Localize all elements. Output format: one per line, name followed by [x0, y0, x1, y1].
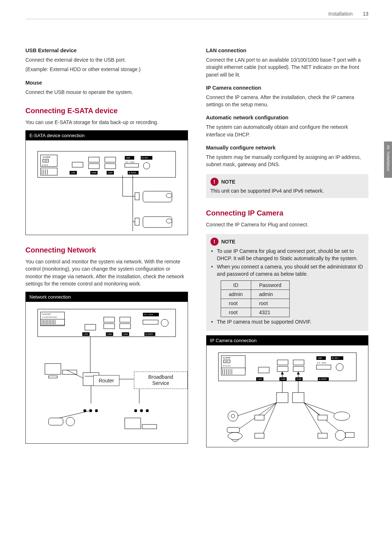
credentials-table: ID Password admin admin root root root 4…: [221, 280, 290, 317]
chapter-number: 3: [384, 144, 392, 150]
svg-text:OUT: OUT: [224, 360, 228, 362]
svg-rect-39: [135, 218, 139, 225]
diagram-body: ALARM OUT 3 1 2 G LAN: [26, 140, 188, 235]
section-connecting-esata: Connecting E-SATA device: [25, 107, 188, 115]
svg-text:5 V ⎓ 0.5 A: 5 V ⎓ 0.5 A: [144, 313, 153, 316]
note-box: ! NOTE This unit can be supported IPv4 a…: [206, 174, 369, 198]
diagram-svg: ALARM OUT 3 1 2 G LAN: [26, 140, 188, 235]
heading-mouse: Mouse: [25, 80, 188, 86]
svg-text:LAN: LAN: [84, 333, 88, 335]
table-cell: root: [251, 299, 289, 308]
svg-rect-151: [345, 432, 354, 438]
svg-rect-11: [72, 162, 83, 167]
table-cell: admin: [221, 290, 251, 299]
table-cell: 4321: [251, 308, 289, 317]
svg-rect-132: [292, 393, 304, 403]
note-bullet: When you connect a camera, you should se…: [211, 263, 364, 278]
svg-rect-149: [318, 433, 327, 438]
section-connecting-ip-camera: Connecting IP Camera: [206, 209, 369, 217]
note-bullet: To use IP Camera for plug and connect po…: [211, 248, 364, 262]
diagram-title: IP Camera connection: [207, 336, 368, 345]
body-text: Connect the LAN port to an available 10/…: [206, 56, 369, 78]
table-row: root 4321: [221, 308, 290, 317]
table-row: root root: [221, 299, 290, 308]
note-icon: !: [211, 178, 219, 186]
svg-rect-131: [276, 393, 288, 403]
table-cell: root: [221, 308, 251, 317]
body-text: You can control and monitor the system v…: [25, 258, 188, 287]
diagram-esata-connection: E-SATA device connection ALARM OUT 3 1 2…: [25, 130, 188, 235]
body-text: Connect the IP Camera for Plug and conne…: [206, 221, 369, 228]
svg-rect-76: [49, 376, 57, 378]
note-label: NOTE: [221, 239, 236, 245]
svg-rect-111: [293, 366, 304, 372]
svg-text:E-SATA: E-SATA: [319, 378, 326, 380]
body-text: The system may be manually configured by…: [206, 153, 369, 168]
svg-rect-63: [143, 320, 158, 324]
svg-text:E-SATA: E-SATA: [129, 172, 136, 174]
table-cell: admin: [251, 290, 289, 299]
header-page-number: 13: [363, 11, 368, 17]
right-column: LAN connection Connect the LAN port to a…: [206, 41, 369, 455]
svg-text:•G   IN   OUT: •G IN OUT: [42, 313, 51, 315]
svg-text:5 V ⎓ 0.5 A: 5 V ⎓ 0.5 A: [126, 161, 135, 163]
svg-text:USB: USB: [318, 357, 322, 359]
svg-rect-14: [105, 157, 116, 162]
svg-rect-13: [89, 164, 99, 169]
svg-rect-57: [104, 317, 115, 322]
svg-text:CAM: CAM: [123, 333, 128, 335]
svg-point-88: [140, 409, 143, 412]
svg-rect-107: [258, 367, 269, 373]
svg-rect-85: [49, 418, 63, 425]
svg-text:CAM: CAM: [91, 172, 96, 174]
svg-rect-27: [125, 164, 139, 167]
note-text: This unit can be supported IPv4 and IPv6…: [211, 188, 364, 194]
svg-text:4 G 1 2 G: 4 G 1 2 G: [222, 365, 230, 367]
svg-rect-143: [254, 415, 264, 420]
svg-rect-109: [277, 366, 288, 372]
heading-manually-configure: Manually configure network: [206, 145, 369, 151]
table-header-id: ID: [221, 281, 251, 290]
table-header-password: Password: [251, 281, 289, 290]
svg-point-150: [335, 430, 345, 440]
diagram-title: Network connection: [26, 292, 188, 302]
heading-automatic-network: Automatic network configuration: [206, 115, 369, 120]
note-label: NOTE: [221, 179, 236, 185]
svg-point-118: [336, 364, 343, 371]
note-bullet: The IP camera must be supported ONVIF.: [211, 319, 364, 326]
svg-text:LAN: LAN: [257, 378, 262, 380]
svg-rect-108: [277, 360, 288, 365]
svg-text:ALARM: ALARM: [222, 357, 230, 359]
svg-rect-147: [318, 415, 327, 420]
svg-text:5 V ⎓ 0.5 A: 5 V ⎓ 0.5 A: [317, 362, 326, 364]
table-row: admin admin: [221, 290, 290, 299]
diagram-title: E-SATA device connection: [26, 131, 188, 140]
svg-text:3 1 2 G: 3 1 2 G: [42, 164, 48, 166]
svg-text:USB: USB: [126, 157, 130, 159]
svg-rect-100: [221, 368, 245, 375]
svg-rect-56: [85, 324, 96, 330]
diagram-network-connection: Network connection •G IN OUT • • 1 2 3 4…: [25, 292, 188, 444]
svg-point-33: [166, 193, 172, 198]
svg-text:LAN: LAN: [71, 172, 75, 174]
chapter-side-tab: 3 Installation: [384, 141, 392, 178]
diagram-body: •G IN OUT • • 1 2 3 4 G 1 2 G: [26, 302, 188, 443]
svg-text:CAM: CAM: [296, 378, 301, 380]
heading-ip-camera-connection: IP Camera connection: [206, 85, 369, 91]
svg-rect-12: [89, 157, 99, 162]
svg-text:CAM: CAM: [108, 172, 113, 174]
diagram-body: ALARM OUT 4 G 1 2 G: [207, 345, 368, 447]
svg-point-142: [231, 414, 234, 418]
svg-rect-90: [125, 418, 141, 429]
svg-point-145: [228, 432, 242, 440]
page-header: Installation 13: [25, 11, 368, 19]
body-text: You can use E-SATA storage for data back…: [25, 119, 188, 126]
table-cell: root: [221, 299, 251, 308]
svg-rect-60: [120, 324, 131, 329]
diagram-ip-camera-connection: IP Camera connection ALARM OUT 4 G 1 2 G: [206, 335, 369, 447]
svg-text:CAM: CAM: [280, 378, 285, 380]
svg-point-38: [166, 219, 172, 223]
svg-text:E-SATA: E-SATA: [146, 333, 153, 335]
svg-rect-58: [104, 324, 115, 329]
diagram-label-router: Router: [93, 375, 119, 386]
